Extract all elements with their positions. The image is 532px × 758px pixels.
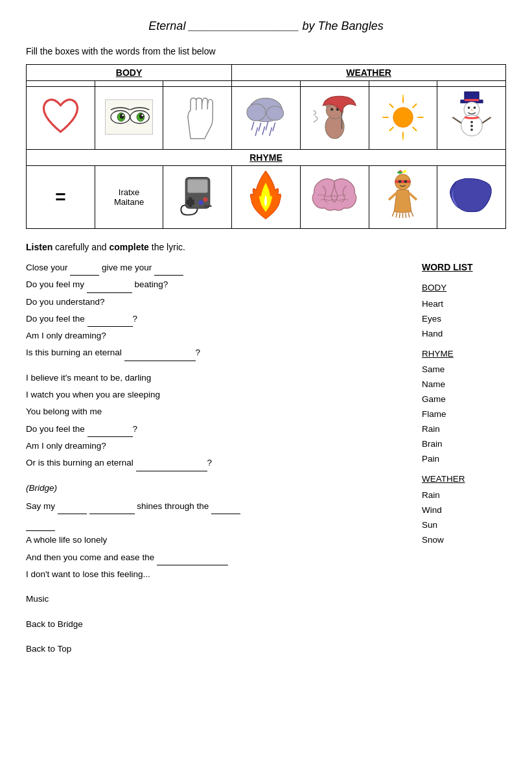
page-title: Eternal _________________ by The Bangles xyxy=(26,19,506,33)
body-category-label: BODY xyxy=(422,281,506,296)
svg-point-58 xyxy=(210,206,212,207)
lyric-line1: Close your give me your xyxy=(26,260,396,276)
weather-word-rain: Rain xyxy=(422,488,506,503)
lyric-line7: I believe it's meant to be, darling xyxy=(26,370,396,386)
svg-line-15 xyxy=(273,123,275,131)
svg-point-8 xyxy=(141,115,143,117)
blank6 xyxy=(87,436,133,437)
body-sub1 xyxy=(27,81,95,87)
blank11-line xyxy=(26,515,396,531)
svg-rect-51 xyxy=(187,180,207,193)
equal-sign: = xyxy=(55,187,65,207)
blank5 xyxy=(124,361,196,361)
flame-cell xyxy=(232,166,301,229)
bridge-label: (Bridge) xyxy=(26,480,396,496)
svg-line-69 xyxy=(411,212,413,217)
svg-line-16 xyxy=(255,128,258,136)
weather-sub2 xyxy=(300,81,369,87)
svg-point-47 xyxy=(470,128,473,131)
svg-line-63 xyxy=(393,212,395,217)
blank1 xyxy=(70,275,99,276)
listen-text1: carefully and xyxy=(52,242,109,252)
blank7 xyxy=(136,471,207,471)
rhyme-word-same: Same xyxy=(422,362,506,377)
svg-point-3 xyxy=(120,113,124,119)
svg-point-23 xyxy=(330,108,333,110)
brain-cell xyxy=(300,166,369,229)
svg-line-67 xyxy=(406,213,406,218)
svg-line-32 xyxy=(413,126,417,130)
svg-point-7 xyxy=(139,113,144,119)
body-word-hand: Hand xyxy=(422,327,506,342)
body-word-heart: Heart xyxy=(422,297,506,312)
lyric-line9: You belong with me xyxy=(26,404,396,420)
body-word-eyes: Eyes xyxy=(422,312,506,327)
back-to-bridge[interactable]: Back to Bridge xyxy=(26,617,396,632)
lyric-line10: Do you feel the ? xyxy=(26,421,396,437)
snowman-cell xyxy=(437,87,506,150)
sun-cell xyxy=(369,87,437,150)
rhyme-word-pain: Pain xyxy=(422,452,506,467)
svg-point-61 xyxy=(399,180,401,183)
svg-rect-60 xyxy=(395,180,411,183)
wind-bear-cell xyxy=(300,87,369,150)
lyric-line13: Say my shines through the xyxy=(26,499,396,514)
blank3 xyxy=(87,292,132,293)
svg-point-4 xyxy=(122,115,124,117)
svg-point-55 xyxy=(198,200,203,205)
svg-point-57 xyxy=(207,206,209,207)
flame-icon xyxy=(246,169,285,224)
weather-sub1 xyxy=(232,81,301,87)
blank2 xyxy=(154,275,183,276)
weather-sub3 xyxy=(369,81,437,87)
lyric-line4: Do you feel the ? xyxy=(26,311,396,327)
lyrics-text: Close your give me your Do you feel my b… xyxy=(26,260,396,657)
heart-cell xyxy=(27,87,95,150)
svg-point-62 xyxy=(404,180,407,183)
svg-rect-39 xyxy=(465,99,479,101)
blank9 xyxy=(89,514,135,514)
snowman-icon xyxy=(449,89,494,145)
rhyme-word-game: Game xyxy=(422,392,506,407)
svg-line-31 xyxy=(389,104,393,108)
lyric-line16: I don't want to lose this feeling... xyxy=(26,567,396,582)
svg-line-18 xyxy=(270,128,272,136)
body-sub2 xyxy=(95,81,163,87)
svg-point-26 xyxy=(393,107,413,127)
weather-sub4 xyxy=(437,81,506,87)
svg-line-12 xyxy=(252,122,255,130)
eyes-icon xyxy=(103,96,155,138)
rhyme-header: RHYME xyxy=(27,150,506,166)
blank8 xyxy=(58,514,87,514)
weather-category-label: WEATHER xyxy=(422,472,506,487)
svg-line-68 xyxy=(409,213,410,217)
lyric-line6: Is this burning an eternal ? xyxy=(26,345,396,361)
eyes-cell xyxy=(95,87,163,150)
blank11 xyxy=(26,530,55,531)
svg-point-46 xyxy=(470,124,473,127)
svg-point-41 xyxy=(467,106,470,109)
back-to-top[interactable]: Back to Top xyxy=(26,641,396,657)
listen-bold: Listen xyxy=(26,242,52,252)
svg-point-10 xyxy=(247,104,266,121)
svg-line-33 xyxy=(413,104,417,108)
weather-word-wind: Wind xyxy=(422,503,506,518)
equal-cell: = xyxy=(27,166,95,229)
weather-header: WEATHER xyxy=(232,65,506,81)
vocabulary-table: BODY WEATHER xyxy=(26,64,506,229)
bridge: (Bridge) Say my shines through the A who… xyxy=(26,480,396,583)
gameboy-cell xyxy=(163,166,232,229)
name-cell: IratxeMaitane xyxy=(95,166,163,229)
lyric-line8: I watch you when you are sleeping xyxy=(26,387,396,403)
weather-word-snow: Snow xyxy=(422,533,506,548)
blank10 xyxy=(211,514,240,514)
spain-icon xyxy=(446,175,498,217)
native-cell xyxy=(369,166,437,229)
svg-line-34 xyxy=(389,126,393,130)
person-name: IratxeMaitane xyxy=(99,187,159,207)
lyrics-area: Close your give me your Do you feel my b… xyxy=(26,260,506,657)
listen-instruction: Listen carefully and complete the lyric. xyxy=(26,242,506,252)
svg-line-13 xyxy=(259,123,262,131)
gameboy-icon xyxy=(178,175,217,217)
svg-line-49 xyxy=(482,117,491,123)
